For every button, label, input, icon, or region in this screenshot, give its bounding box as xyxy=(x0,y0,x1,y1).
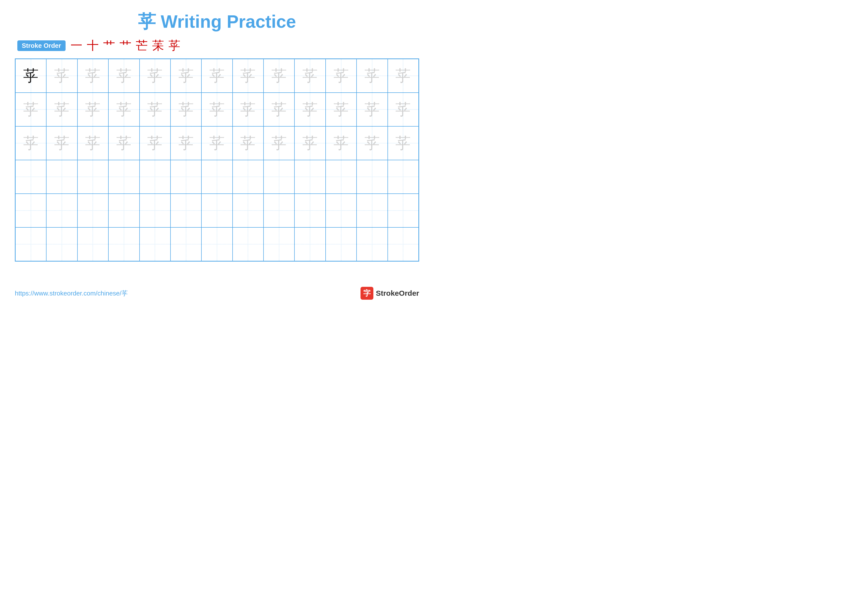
grid-cell-r3c8[interactable]: 苸 xyxy=(232,126,264,160)
grid-cell-r3c9[interactable]: 苸 xyxy=(264,126,294,160)
grid-cell-r6c2[interactable] xyxy=(46,227,77,261)
grid-cell-r1c12[interactable]: 苸 xyxy=(356,59,388,93)
stroke-order-badge: Stroke Order xyxy=(17,40,65,51)
grid-cell-r2c6[interactable]: 苸 xyxy=(170,93,202,126)
grid-cell-r6c5[interactable] xyxy=(140,227,170,261)
grid-cell-r5c5[interactable] xyxy=(140,194,170,227)
grid-cell-r6c9[interactable] xyxy=(264,227,294,261)
grid-cell-r5c7[interactable] xyxy=(202,194,232,227)
grid-cell-r2c10[interactable]: 苸 xyxy=(294,93,326,126)
grid-cell-r4c5[interactable] xyxy=(140,160,170,194)
grid-cell-r3c7[interactable]: 苸 xyxy=(202,126,232,160)
grid-cell-r6c12[interactable] xyxy=(356,227,388,261)
grid-cell-r3c12[interactable]: 苸 xyxy=(356,126,388,160)
grid-cell-r2c4[interactable]: 苸 xyxy=(108,93,139,126)
grid-cell-r5c11[interactable] xyxy=(326,194,356,227)
grid-cell-r3c5[interactable]: 苸 xyxy=(140,126,170,160)
grid-cell-r4c3[interactable] xyxy=(78,160,108,194)
grid-cell-r3c4[interactable]: 苸 xyxy=(108,126,139,160)
grid-cell-r6c1[interactable] xyxy=(16,227,46,261)
grid-cell-r2c1[interactable]: 苸 xyxy=(16,93,46,126)
grid-cell-r4c13[interactable] xyxy=(388,160,418,194)
char-dark: 苸 xyxy=(23,68,39,84)
stroke-4: 艹 xyxy=(119,40,132,51)
grid-cell-r2c13[interactable]: 苸 xyxy=(388,93,418,126)
grid-cell-r1c11[interactable]: 苸 xyxy=(326,59,356,93)
grid-cell-r4c9[interactable] xyxy=(264,160,294,194)
grid-cell-r5c1[interactable] xyxy=(16,194,46,227)
grid-cell-r2c12[interactable]: 苸 xyxy=(356,93,388,126)
grid-cell-r3c10[interactable]: 苸 xyxy=(294,126,326,160)
stroke-order-section: Stroke Order 一 十 艹 艹 芒 苿 苸 xyxy=(15,40,419,51)
grid-cell-r5c10[interactable] xyxy=(294,194,326,227)
grid-cell-r5c6[interactable] xyxy=(170,194,202,227)
grid-cell-r5c4[interactable] xyxy=(108,194,139,227)
grid-cell-r5c3[interactable] xyxy=(78,194,108,227)
grid-cell-r6c6[interactable] xyxy=(170,227,202,261)
grid-cell-r1c8[interactable]: 苸 xyxy=(232,59,264,93)
page: 苸 Writing Practice Stroke Order 一 十 艹 艹 … xyxy=(0,0,434,307)
grid-cell-r2c3[interactable]: 苸 xyxy=(78,93,108,126)
grid-cell-r4c4[interactable] xyxy=(108,160,139,194)
title-section: 苸 Writing Practice xyxy=(15,10,419,34)
grid-cell-r6c11[interactable] xyxy=(326,227,356,261)
grid-cell-r6c7[interactable] xyxy=(202,227,232,261)
grid-cell-r6c13[interactable] xyxy=(388,227,418,261)
grid-cell-r4c10[interactable] xyxy=(294,160,326,194)
stroke-7: 苸 xyxy=(169,40,180,51)
grid-cell-r6c4[interactable] xyxy=(108,227,139,261)
grid-cell-r6c3[interactable] xyxy=(78,227,108,261)
grid-cell-r2c7[interactable]: 苸 xyxy=(202,93,232,126)
grid-cell-r1c2[interactable]: 苸 xyxy=(46,59,77,93)
grid-cell-r6c8[interactable] xyxy=(232,227,264,261)
stroke-5: 芒 xyxy=(136,40,148,51)
grid-cell-r3c1[interactable]: 苸 xyxy=(16,126,46,160)
grid-cell-r3c3[interactable]: 苸 xyxy=(78,126,108,160)
grid-cell-r4c1[interactable] xyxy=(16,160,46,194)
grid-cell-r3c11[interactable]: 苸 xyxy=(326,126,356,160)
logo-text: StrokeOrder xyxy=(376,289,419,297)
page-title: 苸 Writing Practice xyxy=(15,10,419,34)
grid-cell-r1c9[interactable]: 苸 xyxy=(264,59,294,93)
grid-cell-r1c3[interactable]: 苸 xyxy=(78,59,108,93)
grid-cell-r2c2[interactable]: 苸 xyxy=(46,93,77,126)
logo-char: 字 xyxy=(363,288,370,298)
char-light: 苸 xyxy=(54,68,70,84)
grid-cell-r1c6[interactable]: 苸 xyxy=(170,59,202,93)
grid-cell-r5c8[interactable] xyxy=(232,194,264,227)
grid-cell-r2c11[interactable]: 苸 xyxy=(326,93,356,126)
footer: https://www.strokeorder.com/chinese/苸 字 … xyxy=(15,287,419,300)
logo-icon: 字 xyxy=(361,287,374,300)
grid-cell-r5c12[interactable] xyxy=(356,194,388,227)
grid-cell-r4c2[interactable] xyxy=(46,160,77,194)
grid-cell-r2c5[interactable]: 苸 xyxy=(140,93,170,126)
grid-cell-r4c11[interactable] xyxy=(326,160,356,194)
grid-cell-r6c10[interactable] xyxy=(294,227,326,261)
grid-cell-r1c13[interactable]: 苸 xyxy=(388,59,418,93)
grid-cell-r5c9[interactable] xyxy=(264,194,294,227)
grid-cell-r1c1[interactable]: 苸 xyxy=(16,59,46,93)
grid-cell-r5c2[interactable] xyxy=(46,194,77,227)
grid-cell-r1c4[interactable]: 苸 xyxy=(108,59,139,93)
grid-cell-r3c2[interactable]: 苸 xyxy=(46,126,77,160)
stroke-6: 苿 xyxy=(152,40,164,51)
stroke-2: 十 xyxy=(87,40,99,51)
grid-cell-r4c8[interactable] xyxy=(232,160,264,194)
stroke-3: 艹 xyxy=(103,40,115,51)
footer-logo: 字 StrokeOrder xyxy=(361,287,419,300)
grid-cell-r2c9[interactable]: 苸 xyxy=(264,93,294,126)
grid-cell-r5c13[interactable] xyxy=(388,194,418,227)
grid-cell-r2c8[interactable]: 苸 xyxy=(232,93,264,126)
grid-cell-r1c5[interactable]: 苸 xyxy=(140,59,170,93)
grid-cell-r3c6[interactable]: 苸 xyxy=(170,126,202,160)
footer-url[interactable]: https://www.strokeorder.com/chinese/苸 xyxy=(15,289,128,298)
practice-grid: 苸 苸 苸 苸 苸 苸 苸 苸 苸 苸 苸 苸 苸 苸 苸 苸 苸 苸 苸 苸 … xyxy=(15,59,419,261)
grid-cell-r4c7[interactable] xyxy=(202,160,232,194)
stroke-1: 一 xyxy=(71,40,82,51)
grid-cell-r4c12[interactable] xyxy=(356,160,388,194)
grid-cell-r3c13[interactable]: 苸 xyxy=(388,126,418,160)
grid-cell-r1c10[interactable]: 苸 xyxy=(294,59,326,93)
grid-cell-r4c6[interactable] xyxy=(170,160,202,194)
grid-cell-r1c7[interactable]: 苸 xyxy=(202,59,232,93)
stroke-sequence: 一 十 艹 艹 芒 苿 苸 xyxy=(71,40,180,51)
